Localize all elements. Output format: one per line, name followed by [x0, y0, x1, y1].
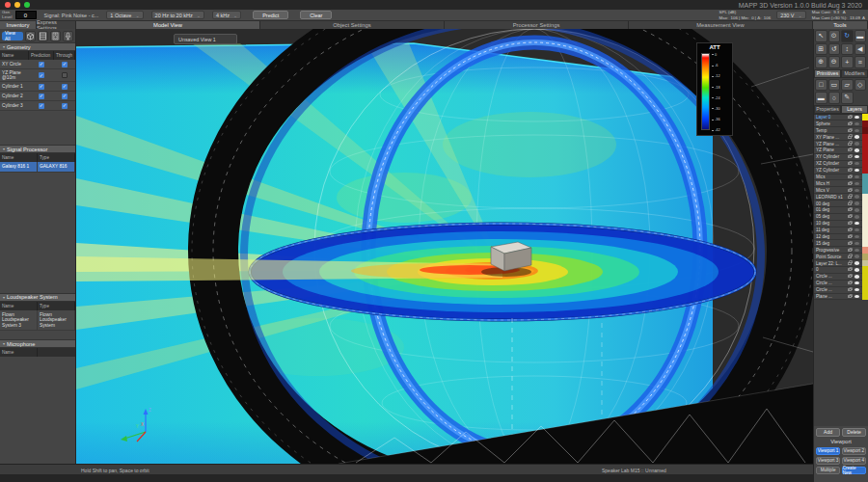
visibility-eye-icon[interactable] — [854, 135, 859, 138]
gen-level-input[interactable]: 0 — [15, 11, 37, 19]
geometry-icon[interactable] — [25, 31, 36, 41]
layer-color-swatch[interactable] — [862, 114, 868, 120]
view-list-tool-icon[interactable]: ≡ — [854, 56, 867, 68]
rectangle-primitive-icon[interactable]: ▬ — [815, 92, 827, 104]
surface-primitive-icon[interactable]: ◇ — [854, 79, 867, 92]
layer-color-swatch[interactable] — [862, 141, 868, 147]
layer-row[interactable]: Temp — [814, 127, 868, 134]
layer-color-swatch[interactable] — [862, 247, 868, 254]
layer-color-swatch[interactable] — [862, 134, 868, 141]
layer-color-swatch[interactable] — [862, 233, 868, 240]
layer-row[interactable]: Point Source — [814, 254, 868, 260]
tab-object-settings[interactable]: Object Settings — [260, 21, 445, 29]
layer-row[interactable]: 15 deg — [814, 240, 868, 247]
prediction-checkbox[interactable] — [39, 94, 44, 99]
visibility-eye-icon[interactable] — [854, 122, 859, 125]
audio-tool-icon[interactable]: ◀ — [854, 43, 867, 56]
layer-row[interactable]: 11 deg — [814, 228, 868, 234]
layer-row[interactable]: Circle ... — [814, 274, 868, 281]
lock-icon[interactable] — [848, 196, 852, 199]
rotate-view-tool-icon[interactable]: ↺ — [828, 43, 841, 56]
geometry-row[interactable]: XY Circle — [0, 60, 75, 69]
layer-row[interactable]: Layer 0 — [814, 115, 868, 121]
layer-color-swatch[interactable] — [862, 286, 868, 293]
lock-icon[interactable] — [848, 222, 852, 225]
tab-measurement-view[interactable]: Measurement View — [629, 21, 813, 29]
lock-icon[interactable] — [848, 155, 852, 158]
loudspeaker-section-header[interactable]: ▾ Loudspeaker System — [0, 293, 75, 302]
geometry-row[interactable]: YZ Plane @10m — [0, 69, 75, 82]
split-view-tool-icon[interactable]: ⊞ — [815, 43, 827, 56]
visibility-eye-icon[interactable] — [854, 215, 859, 218]
layer-row[interactable]: Mics — [814, 174, 868, 181]
select-tool-icon[interactable]: ↖ — [815, 30, 827, 42]
layer-row[interactable]: XZ Cylinder — [814, 161, 868, 168]
tab-inventory[interactable]: Inventory — [0, 21, 37, 29]
viewport-button-viewport-2[interactable]: Viewport 2 — [842, 447, 866, 456]
lock-icon[interactable] — [848, 208, 852, 211]
through-checkbox[interactable] — [62, 84, 68, 90]
layer-color-swatch[interactable] — [862, 260, 868, 267]
processor-rack-icon[interactable] — [38, 31, 48, 41]
lock-icon[interactable] — [848, 122, 852, 125]
view-all-button[interactable]: View All — [2, 32, 23, 40]
layer-color-swatch[interactable] — [862, 220, 868, 227]
layer-row[interactable]: 10 deg — [814, 221, 868, 228]
lock-icon[interactable] — [848, 162, 852, 165]
tab-express-settings[interactable]: Express Settings — [37, 21, 76, 29]
lock-icon[interactable] — [848, 268, 852, 271]
visibility-eye-icon[interactable] — [854, 129, 859, 132]
geometry-row[interactable]: Cylinder 1 — [0, 82, 75, 92]
layer-color-swatch[interactable] — [862, 174, 868, 180]
lock-icon[interactable] — [848, 116, 852, 119]
visibility-eye-icon[interactable] — [854, 275, 859, 278]
lock-icon[interactable] — [848, 143, 852, 146]
visibility-eye-icon[interactable] — [854, 254, 859, 257]
layer-row[interactable]: Mics H — [814, 180, 868, 187]
signal-label[interactable]: Signal: Pink Noise - c... — [44, 13, 99, 18]
zoom-in-tool-icon[interactable]: ⊕ — [815, 56, 827, 68]
clear-button[interactable]: Clear — [300, 11, 332, 19]
prediction-checkbox[interactable] — [39, 103, 44, 109]
layer-color-swatch[interactable] — [862, 266, 868, 273]
visibility-eye-icon[interactable] — [854, 201, 859, 204]
lock-icon[interactable] — [848, 169, 852, 172]
prediction-checkbox[interactable] — [39, 84, 44, 90]
layer-color-swatch[interactable] — [862, 254, 868, 260]
visibility-eye-icon[interactable] — [854, 162, 859, 165]
visibility-eye-icon[interactable] — [854, 228, 859, 231]
tab-properties[interactable]: Properties — [814, 105, 841, 114]
layer-color-swatch[interactable] — [862, 180, 868, 187]
microphone-icon[interactable] — [63, 31, 73, 41]
lock-icon[interactable] — [848, 215, 852, 218]
geometry-row[interactable]: Cylinder 2 — [0, 92, 75, 101]
layer-row[interactable]: XY Cylinder — [814, 154, 868, 161]
layer-color-swatch[interactable] — [862, 227, 868, 233]
visibility-eye-icon[interactable] — [854, 249, 859, 252]
pan-view-tool-icon[interactable]: + — [841, 56, 854, 68]
tab-model-view[interactable]: Model View — [76, 21, 260, 29]
layer-color-swatch[interactable] — [862, 280, 868, 286]
layer-color-swatch[interactable] — [862, 153, 868, 160]
view-selector-dropdown[interactable]: Unsaved View 1 — [174, 34, 237, 44]
tab-layers[interactable]: Layers — [841, 105, 868, 114]
delete-layer-button[interactable]: Delete — [842, 428, 866, 437]
layer-row[interactable]: LEOPARD x1 — [814, 194, 868, 201]
layer-color-swatch[interactable] — [862, 213, 868, 220]
visibility-eye-icon[interactable] — [854, 281, 859, 284]
prediction-checkbox[interactable] — [39, 72, 44, 78]
bandwidth-dropdown[interactable]: 1 Octave⌄ — [106, 11, 143, 19]
viewport-button-viewport-4[interactable]: Viewport 4 — [842, 457, 866, 466]
layer-row[interactable]: Circle ... — [814, 287, 868, 294]
ellipse-primitive-icon[interactable]: ○ — [828, 92, 841, 104]
layer-row[interactable]: YZ Plane — [814, 147, 868, 154]
visibility-eye-icon[interactable] — [854, 195, 859, 198]
through-checkbox[interactable] — [62, 94, 68, 99]
layer-color-swatch[interactable] — [862, 187, 868, 194]
signal-processor-row[interactable]: Galaxy 816 1GALAXY 816 — [0, 162, 75, 172]
visibility-eye-icon[interactable] — [854, 155, 859, 158]
viewport-button-create-new[interactable]: Create New — [842, 467, 866, 475]
layer-color-swatch[interactable] — [862, 201, 868, 207]
layer-row[interactable]: 01 deg — [814, 207, 868, 214]
cube-primitive-icon[interactable]: □ — [815, 79, 827, 92]
